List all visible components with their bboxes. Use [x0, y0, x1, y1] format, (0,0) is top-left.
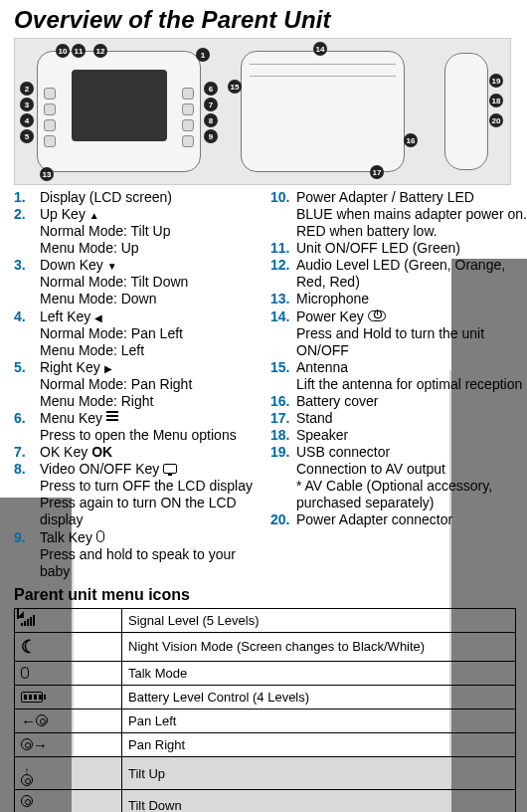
icon-description: Night Vision Mode (Screen changes to Bla… [122, 632, 516, 661]
feature-item: 14.Power Key Press and Hold to turn the … [270, 308, 527, 359]
icon-cell: ◢ [15, 608, 122, 632]
feature-extra: Press to open the Menu options [40, 427, 237, 444]
feature-item: 19.USB connectorConnection to AV output*… [270, 444, 527, 511]
feature-number: 3. [14, 257, 40, 274]
arrow-right-icon [104, 359, 112, 375]
feature-number: 1. [14, 189, 40, 206]
feature-extra: Menu Mode: Left [40, 342, 183, 359]
feature-item: 8.Video ON/OFF Key Press to turn OFF the… [14, 461, 257, 528]
feature-number: 4. [14, 308, 40, 325]
feature-body: Audio Level LED (Green, Orange, Red, Red… [296, 257, 527, 291]
tilt-up-icon [21, 764, 33, 787]
table-row: Talk Mode [15, 661, 516, 685]
feature-extra: Normal Mode: Pan Right [40, 376, 192, 393]
tilt-down-icon [21, 795, 33, 812]
feature-body: Talk Key Press and hold to speak to your… [40, 529, 257, 580]
feature-label: Left Key [40, 308, 94, 324]
feature-label: Stand [296, 410, 333, 426]
feature-item: 11.Unit ON/OFF LED (Green) [270, 240, 527, 257]
table-row: Pan Right [15, 732, 516, 756]
feature-item: 12.Audio Level LED (Green, Orange, Red, … [270, 257, 527, 291]
feature-number: 18. [270, 427, 296, 444]
feature-item: 15.AntennaLift the antenna for optimal r… [270, 359, 527, 393]
table-row: Pan Left [15, 709, 516, 732]
page-title: Overview of the Parent Unit [14, 6, 527, 34]
feature-label: Menu Key [40, 410, 106, 426]
feature-body: Video ON/OFF Key Press to turn OFF the L… [40, 461, 257, 528]
feature-body: Menu Key Press to open the Menu options [40, 410, 237, 444]
icon-cell [15, 790, 122, 812]
feature-extra: * AV Cable (Optional accessory, purchase… [296, 478, 527, 511]
feature-item: 13.Microphone [270, 291, 527, 307]
feature-extra: BLUE when mains adapter power on. [296, 206, 527, 223]
section-heading-menu-icons: Parent unit menu icons [14, 586, 527, 604]
feature-label: Battery cover [296, 393, 378, 409]
signal-icon: ◢ [21, 613, 35, 626]
feature-extra: Press and hold to speak to your baby [40, 546, 257, 580]
feature-body: OK Key OK [40, 444, 112, 461]
feature-item: 1.Display (LCD screen) [14, 189, 257, 206]
feature-extra: Connection to AV output [296, 461, 527, 478]
feature-body: Power Adapter connector [296, 511, 452, 528]
screen-icon [163, 464, 177, 474]
feature-label: Power Adapter connector [296, 511, 452, 527]
feature-number: 8. [14, 461, 40, 478]
battery-icon [21, 692, 43, 703]
icon-cell [15, 685, 122, 709]
device-side-view: 19 18 20 [444, 53, 488, 170]
icon-description: Tilt Down [122, 790, 516, 812]
feature-body: Power Key Press and Hold to turn the uni… [296, 308, 527, 359]
feature-extra: Normal Mode: Tilt Up [40, 223, 170, 240]
feature-extra: Normal Mode: Pan Left [40, 325, 183, 342]
feature-item: 7.OK Key OK [14, 444, 257, 461]
feature-number: 15. [270, 359, 296, 376]
table-row: Tilt Down [15, 790, 516, 812]
pan-right-icon [21, 736, 48, 753]
feature-body: Stand [296, 410, 333, 427]
feature-number: 20. [270, 511, 296, 528]
feature-extra: Lift the antenna for optimal reception [296, 376, 522, 393]
icon-cell [15, 732, 122, 756]
arrow-left-icon [94, 308, 102, 324]
feature-extra: Menu Mode: Down [40, 291, 188, 307]
mic-icon [96, 530, 104, 542]
icon-description: Signal Level (5 Levels) [122, 608, 516, 632]
feature-label: Antenna [296, 359, 348, 375]
feature-extra: Menu Mode: Right [40, 393, 192, 410]
feature-body: AntennaLift the antenna for optimal rece… [296, 359, 522, 393]
feature-label: Down Key [40, 257, 107, 273]
feature-body: Display (LCD screen) [40, 189, 172, 206]
feature-number: 9. [14, 529, 40, 546]
feature-item: 16.Battery cover [270, 393, 527, 410]
icon-cell [15, 632, 122, 661]
device-front-view: 1 2 3 4 5 6 7 8 9 10 11 12 13 [37, 51, 201, 172]
feature-extra: Press and Hold to turn the unit ON/OFF [296, 325, 527, 359]
feature-label: Unit ON/OFF LED (Green) [296, 240, 460, 256]
feature-item: 10.Power Adapter / Battery LEDBLUE when … [270, 189, 527, 240]
arrow-down-icon [107, 257, 117, 273]
feature-number: 7. [14, 444, 40, 461]
feature-label: Power Adapter / Battery LED [296, 189, 474, 205]
feature-number: 17. [270, 410, 296, 427]
feature-number: 2. [14, 206, 40, 223]
table-row: Night Vision Mode (Screen changes to Bla… [15, 632, 516, 661]
feature-label: Power Key [296, 308, 368, 324]
feature-body: Power Adapter / Battery LEDBLUE when mai… [296, 189, 527, 240]
icon-description: Tilt Up [122, 756, 516, 790]
feature-number: 11. [270, 240, 296, 257]
product-diagram: 1 2 3 4 5 6 7 8 9 10 11 12 13 14 15 16 1… [14, 38, 511, 185]
feature-item: 6.Menu Key Press to open the Menu option… [14, 410, 257, 444]
feature-body: Unit ON/OFF LED (Green) [296, 240, 460, 257]
feature-item: 18.Speaker [270, 427, 527, 444]
table-row: ◢Signal Level (5 Levels) [15, 608, 516, 632]
mic-icon [21, 667, 29, 679]
icon-description: Pan Left [122, 709, 516, 732]
feature-body: Battery cover [296, 393, 378, 410]
pan-left-icon [21, 712, 48, 729]
feature-number: 16. [270, 393, 296, 410]
feature-body: Left Key Normal Mode: Pan LeftMenu Mode:… [40, 308, 183, 359]
feature-number: 12. [270, 257, 296, 274]
feature-item: 17.Stand [270, 410, 527, 427]
feature-number: 10. [270, 189, 296, 206]
feature-extra: Menu Mode: Up [40, 240, 170, 257]
